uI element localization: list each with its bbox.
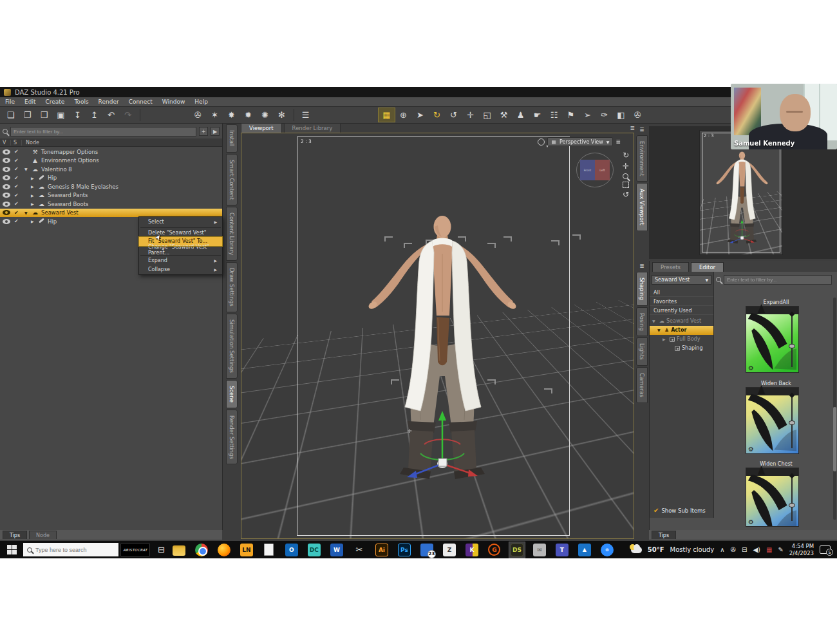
node-selection-icon[interactable]: ➤ — [412, 108, 428, 122]
viewport-options-icon[interactable]: ≣ — [616, 138, 621, 145]
show-sub-items-checkbox[interactable]: ✔ Show Sub Items — [654, 507, 706, 514]
expander-icon[interactable]: ▼ — [24, 167, 31, 171]
active-pose-tool-icon[interactable]: ↻ — [429, 108, 445, 122]
new-point-light-icon[interactable]: ✸ — [223, 108, 240, 122]
export-icon[interactable]: ↥ — [86, 108, 102, 122]
taskbar-acrobat[interactable]: DC — [306, 542, 322, 558]
title-bar[interactable]: DAZ Studio 4.21 Pro — [0, 87, 837, 97]
menu-create[interactable]: Create — [46, 99, 65, 105]
visibility-eye-icon[interactable] — [3, 167, 10, 172]
tray-alert-icon[interactable]: ▦ — [766, 546, 772, 553]
expander-icon[interactable]: ▶ — [31, 202, 37, 206]
taskbar-illustrator[interactable]: Ai — [374, 542, 390, 558]
visibility-eye-icon[interactable] — [3, 193, 10, 198]
camera-cycle-icon[interactable] — [538, 138, 545, 146]
taskbar-keyshot[interactable]: K — [464, 542, 480, 558]
scrollbar-thumb[interactable] — [833, 407, 836, 471]
filter-add-button[interactable]: + — [199, 127, 208, 136]
rotate-tool-icon[interactable]: ↺ — [446, 108, 462, 122]
bottom-tab-node[interactable]: Node — [29, 531, 57, 539]
quick-filter-favorites[interactable]: Favorites — [650, 298, 713, 306]
reset-view-icon[interactable]: ↺ — [623, 191, 629, 199]
taskbar-file-explorer[interactable] — [171, 542, 187, 558]
gear-icon[interactable]: ⚙ — [748, 446, 754, 453]
new-file-icon[interactable]: ❏ — [3, 108, 19, 122]
taskbar-clock[interactable]: 4:54 PM2/4/2023 — [789, 543, 814, 556]
scene-row-environment[interactable]: ✔ ▲ Environment Options — [0, 156, 222, 166]
visibility-eye-icon[interactable] — [3, 219, 10, 224]
tray-display-icon[interactable]: ⊟ — [742, 546, 747, 553]
tray-chevron-icon[interactable]: ∧ — [720, 546, 724, 553]
selectable-pointer-icon[interactable]: ✔ — [14, 210, 22, 216]
new-null-icon[interactable]: ✻ — [274, 108, 290, 122]
scene-row-eyelashes[interactable]: ✔ ▶ ☁ Genesis 8 Male Eyelashes — [0, 182, 222, 191]
tab-scene[interactable]: Scene — [226, 380, 238, 408]
visibility-eye-icon[interactable] — [3, 175, 10, 180]
tab-draw-settings[interactable]: Draw Settings — [226, 262, 238, 312]
morph-slider[interactable] — [791, 395, 793, 448]
new-spotlight-icon[interactable]: ✶ — [207, 108, 223, 122]
scene-row-hip[interactable]: ✔ ▶ Hip — [0, 174, 222, 183]
morph-thumbnail-expandall[interactable]: ▲ ⚙ — [746, 306, 799, 373]
quick-filter-currently-used[interactable]: Currently Used — [650, 307, 713, 315]
morph-filter-input[interactable] — [724, 275, 832, 285]
redo-icon[interactable]: ↷ — [120, 108, 136, 122]
expander-icon[interactable]: ▶ — [31, 193, 37, 198]
taskbar-updates[interactable]: 23 — [419, 542, 435, 558]
context-item-collapse[interactable]: Collapse▶ — [139, 265, 222, 274]
morph-thumbnail-widen-chest[interactable]: ▲ ⚙ — [746, 468, 799, 527]
weather-condition[interactable]: Mostly cloudy — [670, 546, 715, 553]
selectable-pointer-icon[interactable]: ✔ — [14, 193, 22, 198]
menu-help[interactable]: Help — [194, 99, 208, 105]
context-item-select[interactable]: Select▶ — [139, 218, 222, 227]
tab-content-library[interactable]: Content Library — [226, 207, 238, 261]
taskbar-zoom[interactable]: ⊙ — [599, 542, 615, 558]
context-item-expand[interactable]: Expand▶ — [139, 256, 222, 265]
viewport-3d-canvas[interactable]: ✛ 2 : 3 ▦ Perspective View ▼ ≣ Front Lef… — [241, 133, 634, 539]
undo-icon[interactable]: ↶ — [103, 108, 119, 122]
visibility-eye-icon[interactable] — [3, 202, 10, 207]
taskbar-zbrush[interactable]: Z — [442, 542, 457, 558]
task-view-icon[interactable]: ⊟ — [158, 545, 165, 554]
render-camera-icon[interactable]: ✇ — [630, 108, 646, 122]
taskbar-notepad[interactable] — [261, 542, 277, 558]
pane-menu-icon[interactable]: ≣ — [639, 126, 644, 133]
visibility-eye-icon[interactable] — [3, 158, 10, 163]
view-cube[interactable]: Front Left — [576, 153, 614, 187]
menu-connect[interactable]: Connect — [129, 99, 153, 105]
joint-editor-icon[interactable]: ⚒ — [496, 108, 512, 122]
merge-file-icon[interactable]: ❒ — [36, 108, 52, 122]
tab-install[interactable]: Install — [226, 124, 238, 153]
list-options-icon[interactable]: ☰ — [297, 108, 314, 122]
new-camera-icon[interactable]: ✇ — [190, 108, 206, 122]
menu-file[interactable]: File — [5, 99, 15, 105]
viewport-grid-icon[interactable]: ▦ — [379, 108, 395, 122]
taskbar-chrome[interactable] — [194, 542, 209, 558]
new-primitive-icon[interactable]: ✺ — [257, 108, 273, 122]
selectable-pointer-icon[interactable]: ✔ — [14, 201, 22, 207]
zoom-icon[interactable] — [623, 173, 628, 179]
weather-icon[interactable] — [631, 547, 642, 553]
expander-icon[interactable]: ▶ — [31, 184, 37, 189]
new-distant-light-icon[interactable]: ✹ — [240, 108, 256, 122]
gear-icon[interactable]: ⚙ — [748, 365, 754, 372]
open-file-icon[interactable]: ❐ — [19, 108, 35, 122]
filter-next-button[interactable]: ▶ — [211, 127, 220, 136]
menu-window[interactable]: Window — [162, 99, 185, 105]
aristocrat-logo[interactable]: ARISTOCRAT — [120, 543, 150, 557]
scene-row-valentino[interactable]: ✔ ▼ ☁ Valentino 8 — [0, 165, 222, 174]
tab-aux-viewport[interactable]: Aux Viewport — [636, 183, 648, 231]
frame-icon[interactable] — [623, 182, 629, 188]
annotation-tool-icon[interactable]: ✑ — [596, 108, 612, 122]
orbit-icon[interactable]: ↻ — [623, 151, 629, 160]
selectable-pointer-icon[interactable]: ✔ — [14, 158, 22, 164]
scrollbar[interactable] — [833, 298, 836, 520]
tab-environment[interactable]: Environment — [636, 135, 648, 182]
figure-setup-icon[interactable]: ♟ — [513, 108, 529, 122]
taskbar-outlook[interactable]: O — [284, 542, 299, 558]
visibility-eye-icon[interactable] — [3, 210, 10, 215]
import-icon[interactable]: ↧ — [70, 108, 86, 122]
webcam-video[interactable]: Samuel Kennedy — [731, 84, 837, 149]
visibility-eye-icon[interactable] — [3, 184, 10, 189]
taskbar-search-input[interactable] — [35, 547, 106, 553]
